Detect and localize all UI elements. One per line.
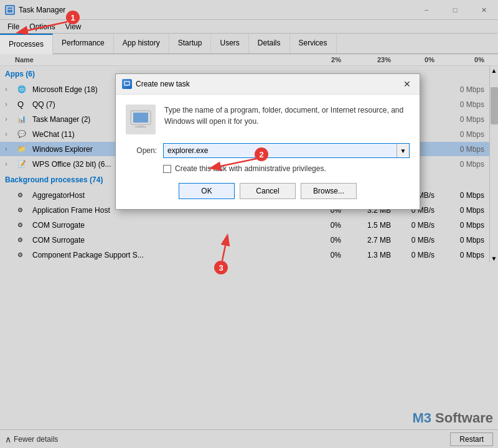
dialog-body: Type the name of a program, folder, docu… <box>116 95 420 209</box>
svg-rect-5 <box>133 113 148 123</box>
dialog-icon <box>122 79 132 89</box>
open-input[interactable] <box>164 144 397 157</box>
svg-rect-2 <box>125 82 129 85</box>
dialog-title-bar: Create new task ✕ <box>116 74 420 95</box>
checkbox-row: Create this task with administrative pri… <box>163 164 410 173</box>
admin-checkbox[interactable] <box>163 165 171 173</box>
create-task-dialog: Create new task ✕ Type the name of a pro… <box>115 73 420 210</box>
cancel-button[interactable]: Cancel <box>240 183 296 199</box>
dialog-open-row: Open: ▼ <box>126 143 410 158</box>
dialog-title-left: Create new task <box>122 79 190 89</box>
dialog-buttons: OK Cancel Browse... <box>126 183 410 199</box>
input-wrapper[interactable]: ▼ <box>163 143 410 158</box>
svg-rect-7 <box>135 126 146 128</box>
dialog-top-section: Type the name of a program, folder, docu… <box>126 105 410 134</box>
dropdown-button[interactable]: ▼ <box>397 144 409 157</box>
browse-button[interactable]: Browse... <box>301 183 357 199</box>
checkbox-label: Create this task with administrative pri… <box>175 164 326 173</box>
dialog-description: Type the name of a program, folder, docu… <box>164 105 410 134</box>
ok-button[interactable]: OK <box>179 183 235 199</box>
dialog-close-button[interactable]: ✕ <box>401 78 413 90</box>
dialog-overlay <box>0 0 498 448</box>
svg-rect-6 <box>138 124 144 126</box>
computer-icon <box>126 105 156 134</box>
dialog-title-text: Create new task <box>136 80 190 88</box>
open-label: Open: <box>126 146 157 155</box>
